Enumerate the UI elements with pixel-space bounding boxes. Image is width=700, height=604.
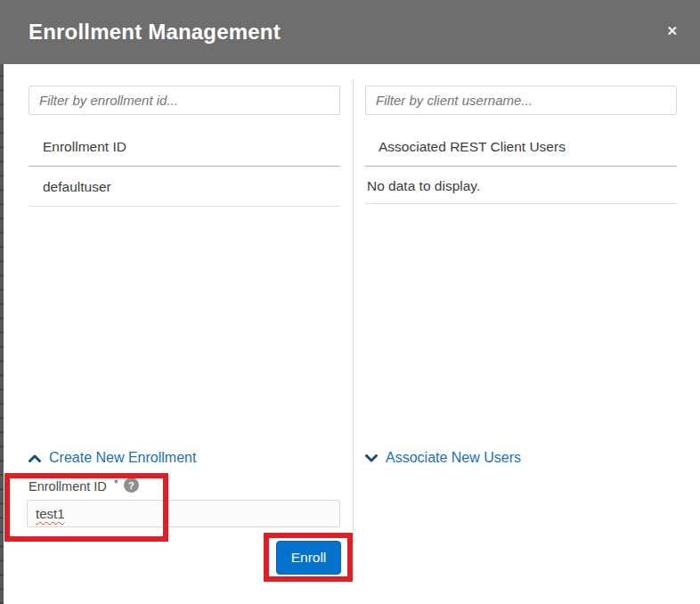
enrollment-id-value: test1 <box>36 506 65 521</box>
enrollment-table-header: Enrollment ID <box>43 139 126 155</box>
associated-users-header-divider <box>365 166 677 167</box>
create-new-enrollment-label: Create New Enrollment <box>49 450 196 466</box>
help-icon[interactable]: ? <box>124 477 139 493</box>
associated-users-row-divider <box>365 203 677 204</box>
page-edge-background <box>0 64 4 604</box>
associate-new-users-toggle[interactable]: Associate New Users <box>365 450 521 466</box>
enrollment-id-label-row: Enrollment ID * ? <box>28 479 139 494</box>
table-row[interactable]: defaultuser <box>43 179 111 195</box>
enrollment-header-divider <box>28 166 340 167</box>
enrollment-id-input[interactable]: test1 <box>27 500 340 527</box>
create-new-enrollment-toggle[interactable]: Create New Enrollment <box>28 450 196 466</box>
chevron-down-icon <box>365 454 378 462</box>
enrollment-row-divider <box>28 206 340 207</box>
client-username-filter-input[interactable] <box>365 86 677 115</box>
close-icon[interactable]: ✕ <box>664 22 680 39</box>
enrollment-management-dialog: Enrollment Management ✕ Enrollment ID de… <box>0 0 700 604</box>
enroll-button[interactable]: Enroll <box>276 541 341 575</box>
associate-new-users-label: Associate New Users <box>386 450 521 466</box>
enrollment-id-label: Enrollment ID <box>28 479 107 494</box>
associated-users-table-header: Associated REST Client Users <box>378 139 566 155</box>
dialog-header: Enrollment Management ✕ <box>0 0 700 64</box>
column-divider <box>353 80 354 543</box>
chevron-up-icon <box>28 454 41 462</box>
no-data-message: No data to display. <box>367 178 480 194</box>
enrollment-filter-input[interactable] <box>28 86 340 115</box>
required-asterisk: * <box>114 477 118 490</box>
dialog-title: Enrollment Management <box>28 20 281 45</box>
